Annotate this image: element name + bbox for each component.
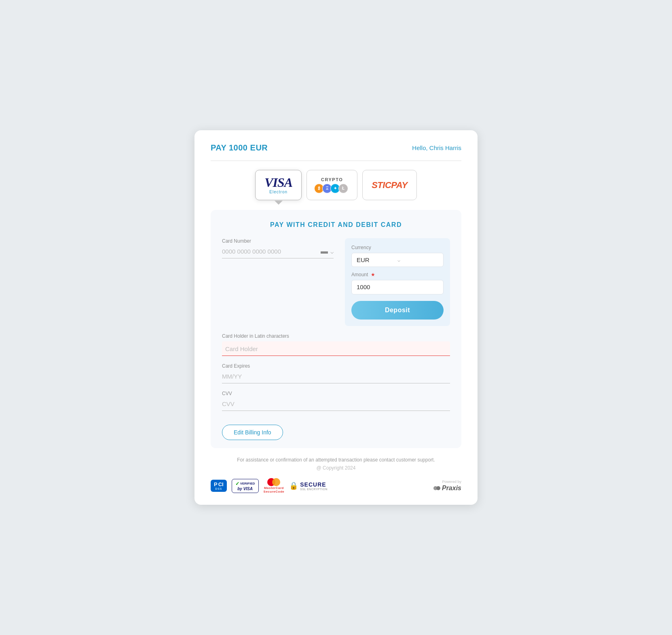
crypto-logo: CRYPTO ₿ Ξ ✦ Ł	[316, 177, 348, 193]
praxis-logo: Praxis	[433, 485, 461, 492]
edit-billing-button[interactable]: Edit Billing Info	[222, 425, 283, 440]
cardholder-col: Card Holder in Latin characters	[222, 333, 450, 356]
pci-p: P	[214, 481, 218, 487]
cvv-wrapper	[222, 399, 450, 411]
currency-value: EUR	[357, 256, 397, 263]
currency-amount-col: Currency EUR ⌵ Amount ★ Deposit	[345, 238, 450, 326]
copyright-text: @ Copyright 2024	[211, 465, 461, 471]
amount-label: Amount ★	[351, 272, 444, 277]
chevron-down-icon[interactable]: ⌵	[330, 248, 334, 255]
powered-by-label: Powered by	[442, 480, 461, 484]
currency-select[interactable]: EUR ⌵	[351, 253, 444, 267]
crypto-coins: ₿ Ξ ✦ Ł	[316, 184, 348, 193]
sticpay-pay: PAY	[391, 180, 407, 190]
expires-label: Card Expires	[222, 363, 450, 369]
amount-field: Amount ★	[351, 272, 444, 294]
support-text: For assistance or confirmation of an att…	[211, 457, 461, 463]
sticpay-logo: STICPAY	[372, 180, 408, 190]
cvv-label: CVV	[222, 391, 450, 396]
expires-col: Card Expires	[222, 363, 450, 383]
secure-badge: 🔒 SECURE SSL ENCRYPTION	[289, 481, 328, 491]
cardholder-wrapper	[222, 341, 450, 356]
visa-electron-label: Electron	[269, 190, 287, 194]
sticpay-tic: TIC	[377, 180, 391, 190]
row-cardholder: Card Holder in Latin characters	[222, 333, 450, 356]
header: PAY 1000 EUR Hello, Chris Harris	[211, 143, 461, 152]
check-icon: ✓	[235, 481, 239, 487]
cvv-col: CVV	[222, 391, 450, 411]
hello-label: Hello, Chris Harris	[412, 144, 461, 151]
lock-icon: 🔒	[289, 481, 298, 490]
card-chip-icon: ▬	[321, 247, 328, 256]
payment-methods: VISA Electron CRYPTO ₿ Ξ ✦ Ł STICPAY	[211, 170, 461, 200]
cardholder-input[interactable]	[225, 344, 447, 354]
amount-input-wrapper	[351, 280, 444, 294]
ltc-coin: Ł	[338, 184, 348, 193]
header-divider	[211, 161, 461, 161]
mc-orange-circle	[272, 478, 280, 486]
visa-text: VISA	[264, 176, 292, 189]
by-visa-label: by VISA	[237, 487, 253, 491]
secure-sub: SSL ENCRYPTION	[300, 488, 328, 491]
mastercard-label: MasterCardSecureCode	[264, 486, 285, 493]
payment-form: PAY WITH CREDIT AND DEBIT CARD Card Numb…	[211, 210, 461, 448]
expires-wrapper	[222, 371, 450, 383]
amount-input[interactable]	[357, 284, 438, 290]
praxis-logo-wrap: Powered by Praxis	[433, 480, 461, 492]
currency-field: Currency EUR ⌵	[351, 245, 444, 267]
trust-badges: P CI DSS ✓ VERIFIED by VISA MasterCar	[211, 478, 328, 493]
footer-logos: P CI DSS ✓ VERIFIED by VISA MasterCar	[211, 478, 461, 493]
pci-ci: CI	[218, 481, 224, 487]
card-number-wrapper: ▬ ⌵	[222, 246, 334, 258]
currency-chevron-icon: ⌵	[397, 257, 438, 263]
mastercard-badge: MasterCardSecureCode	[264, 478, 285, 493]
verified-label: VERIFIED	[240, 482, 255, 485]
card-number-col: Card Number ▬ ⌵	[222, 238, 334, 326]
deposit-button[interactable]: Deposit	[351, 301, 444, 320]
praxis-icon	[433, 486, 440, 490]
expires-input[interactable]	[222, 371, 450, 381]
form-title: PAY WITH CREDIT AND DEBIT CARD	[222, 221, 450, 229]
praxis-text: Praxis	[442, 485, 461, 492]
card-number-label: Card Number	[222, 238, 334, 244]
sticpay-label: S	[372, 180, 377, 190]
hello-section: Hello, Chris Harris	[412, 144, 461, 152]
currency-label: Currency	[351, 245, 444, 250]
edit-billing-section: Edit Billing Info	[222, 418, 450, 440]
crypto-tab[interactable]: CRYPTO ₿ Ξ ✦ Ł	[306, 170, 357, 200]
payment-card: PAY 1000 EUR Hello, Chris Harris VISA El…	[194, 130, 478, 505]
row-card-currency: Card Number ▬ ⌵ Currency EUR ⌵	[222, 238, 450, 326]
card-icons: ▬ ⌵	[321, 247, 334, 256]
visa-logo: VISA Electron	[264, 176, 292, 194]
visa-tab[interactable]: VISA Electron	[255, 170, 302, 200]
pci-badge: P CI DSS	[211, 480, 227, 492]
card-number-input[interactable]	[222, 246, 318, 256]
cardholder-label: Card Holder in Latin characters	[222, 333, 450, 339]
row-expires: Card Expires	[222, 363, 450, 383]
pay-title: PAY 1000 EUR	[211, 143, 268, 152]
amount-required-marker: ★	[371, 272, 375, 277]
praxis-circle-2	[436, 486, 440, 490]
verified-visa-badge: ✓ VERIFIED by VISA	[232, 479, 259, 493]
crypto-label: CRYPTO	[321, 177, 343, 182]
user-name: Chris Harris	[429, 144, 461, 151]
row-cvv: CVV	[222, 391, 450, 411]
secure-label: SECURE	[300, 481, 328, 488]
pci-dss-label: DSS	[215, 487, 222, 490]
sticpay-tab[interactable]: STICPAY	[362, 170, 417, 200]
cvv-input[interactable]	[222, 399, 450, 409]
